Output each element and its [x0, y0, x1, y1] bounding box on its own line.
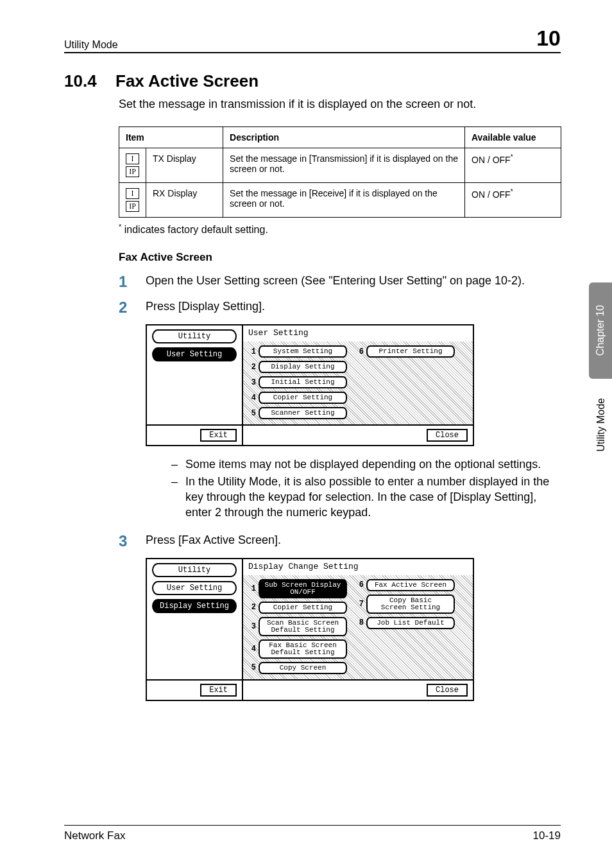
close-button[interactable]: Close [427, 684, 468, 697]
opt-initial-setting[interactable]: Initial Setting [259, 376, 347, 388]
opt-job-list[interactable]: Job List Default [366, 617, 455, 629]
row-avail: ON / OFF* [465, 183, 561, 218]
panel-breadcrumb-col: Utility User Setting Display Setting Exi… [147, 559, 243, 700]
side-tab-chapter: Chapter 10 [589, 282, 612, 379]
th-description: Description [223, 127, 465, 148]
running-head: Utility Mode 10 [64, 26, 561, 53]
table-row: I IP RX Display Set the message in [Rece… [119, 183, 561, 218]
opt-printer-setting[interactable]: Printer Setting [366, 345, 455, 358]
opt-fax-active[interactable]: Fax Active Screen [366, 579, 455, 591]
row-desc: Set the message in [Receive] if it is di… [223, 183, 465, 218]
crumb-user-setting[interactable]: User Setting [152, 347, 237, 361]
side-tab-label: Chapter 10 [595, 305, 606, 356]
exit-button[interactable]: Exit [200, 684, 237, 697]
panel-breadcrumb-col: Utility User Setting Exit [147, 326, 243, 445]
opt-copier-setting[interactable]: Copier Setting [259, 602, 347, 614]
section-heading: 10.4 Fax Active Screen [64, 71, 561, 91]
step-2-notes: Some items may not be displayed dependin… [146, 456, 561, 520]
step-3: 3 Press [Fax Active Screen]. [119, 532, 561, 550]
step-number: 2 [119, 299, 146, 317]
section-intro: Set the message in transmission if it is… [119, 98, 561, 111]
footnote: * indicates factory default setting. [119, 223, 561, 236]
panel-title: User Setting [243, 326, 473, 342]
badge-i: I [126, 188, 139, 199]
step-2: 2 Press [Display Setting]. [119, 299, 561, 317]
note-item: In the Utility Mode, it is also possible… [171, 474, 561, 521]
page-footer: Network Fax 10-19 [64, 825, 561, 842]
panel-title: Display Change Setting [243, 559, 473, 575]
table-row: I IP TX Display Set the message in [Tran… [119, 148, 561, 183]
step-number: 1 [119, 273, 146, 291]
display-change-panel: Utility User Setting Display Setting Exi… [146, 558, 474, 701]
badge-ip: IP [126, 201, 139, 212]
section-number: 10.4 [64, 71, 100, 91]
running-head-number: 10 [536, 26, 561, 51]
opt-display-setting[interactable]: Display Setting [259, 361, 347, 373]
step-number: 3 [119, 532, 146, 550]
crumb-utility[interactable]: Utility [152, 329, 237, 343]
opt-scan-basic[interactable]: Scan Basic Screen Default Setting [259, 617, 347, 636]
badge-i: I [126, 153, 139, 164]
step-text: Press [Fax Active Screen]. [146, 532, 561, 550]
close-button[interactable]: Close [427, 429, 468, 442]
th-item: Item [119, 127, 223, 148]
opt-copier-setting[interactable]: Copier Setting [259, 392, 347, 404]
running-head-title: Utility Mode [64, 39, 118, 51]
opt-copy-basic[interactable]: Copy Basic Screen Setting [366, 595, 455, 614]
th-available: Available value [465, 127, 561, 148]
crumb-user-setting[interactable]: User Setting [152, 581, 237, 595]
row-desc: Set the message in [Transmission] if it … [223, 148, 465, 183]
opt-scanner-setting[interactable]: Scanner Setting [259, 407, 347, 419]
opt-system-setting[interactable]: System Setting [259, 345, 347, 358]
crumb-utility[interactable]: Utility [152, 563, 237, 577]
step-1: 1 Open the User Setting screen (See "Ent… [119, 273, 561, 291]
procedure-heading: Fax Active Screen [119, 251, 561, 264]
exit-button[interactable]: Exit [200, 429, 237, 442]
spec-table: Item Description Available value I IP TX… [119, 126, 561, 218]
badge-ip: IP [126, 166, 139, 177]
note-item: Some items may not be displayed dependin… [171, 456, 561, 472]
crumb-display-setting[interactable]: Display Setting [152, 599, 237, 613]
opt-copy-screen[interactable]: Copy Screen [259, 662, 347, 674]
footer-right: 10-19 [533, 829, 561, 842]
row-name: RX Display [146, 183, 223, 218]
user-setting-panel: Utility User Setting Exit User Setting 1… [146, 324, 474, 446]
section-title: Fax Active Screen [115, 71, 259, 91]
opt-sub-screen[interactable]: Sub Screen Display ON/OFF [259, 579, 347, 598]
step-text: Press [Display Setting]. [146, 299, 561, 317]
row-name: TX Display [146, 148, 223, 183]
side-label-mode: Utility Mode [595, 398, 607, 452]
footer-left: Network Fax [64, 829, 125, 842]
step-text: Open the User Setting screen (See "Enter… [146, 273, 561, 291]
row-avail: ON / OFF* [465, 148, 561, 183]
opt-fax-basic[interactable]: Fax Basic Screen Default Setting [259, 639, 347, 659]
